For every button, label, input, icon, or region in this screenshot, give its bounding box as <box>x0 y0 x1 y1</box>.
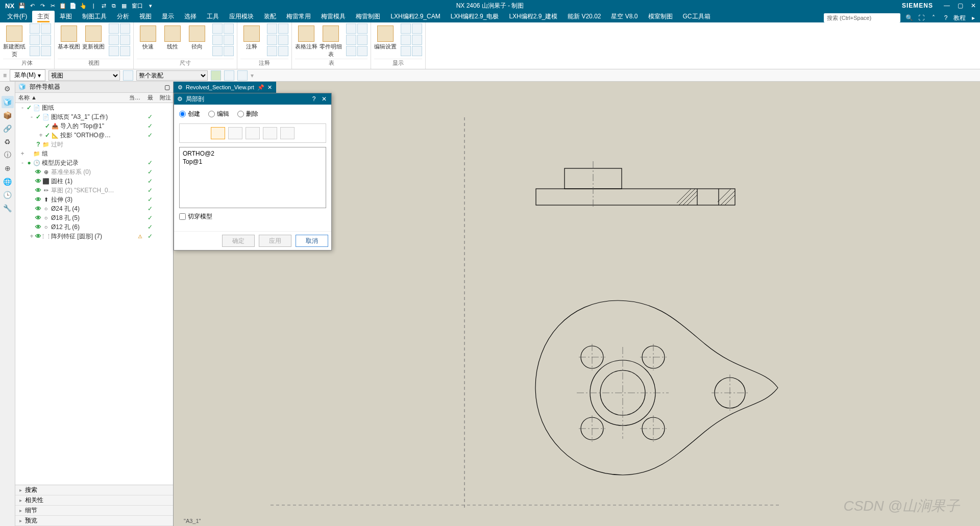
dialog-help-icon[interactable]: ? <box>310 95 318 103</box>
tool-select-view[interactable] <box>211 127 225 139</box>
ribbon-small-button[interactable] <box>212 46 223 56</box>
play-icon[interactable]: ▸ <box>969 13 978 22</box>
ribbon-small-button[interactable] <box>412 46 422 56</box>
ribbon-small-button[interactable] <box>212 23 223 34</box>
mode-radio[interactable]: 创建 <box>179 110 200 118</box>
ribbon-small-button[interactable] <box>278 46 288 56</box>
sel-tool-2[interactable] <box>224 70 234 81</box>
ribbon-small-button[interactable] <box>412 35 422 45</box>
menu-item[interactable]: 梅雷模具 <box>316 11 351 22</box>
tree-row[interactable]: +✓📐投影 "ORTHO@…✓ <box>15 131 173 140</box>
assembly-icon[interactable]: 📦 <box>2 109 14 121</box>
col-current[interactable]: 当… <box>127 94 142 102</box>
ribbon-small-button[interactable] <box>120 23 130 34</box>
accordion-item[interactable]: ▸预览 <box>15 516 173 526</box>
tree-row[interactable]: 👁○Ø18 孔 (5)✓ <box>15 213 173 222</box>
ribbon-small-button[interactable] <box>267 46 277 56</box>
info-icon[interactable]: ⓘ <box>2 149 14 161</box>
ribbon-button[interactable]: 更新视图 <box>82 23 105 51</box>
doc-close-icon[interactable]: ✕ <box>267 84 272 91</box>
ribbon-small-button[interactable] <box>346 23 356 34</box>
constraint-icon[interactable]: 🔗 <box>2 122 14 135</box>
menu-item[interactable]: 模室制图 <box>643 11 678 22</box>
ribbon-small-button[interactable] <box>212 35 223 45</box>
tools-icon[interactable]: 🔧 <box>2 202 14 214</box>
ribbon-small-button[interactable] <box>346 46 356 56</box>
ribbon-small-button[interactable] <box>224 23 234 34</box>
maximize-icon[interactable]: ▢ <box>955 1 965 10</box>
ribbon-small-button[interactable] <box>357 23 368 34</box>
ribbon-button[interactable]: 新建图纸页 <box>3 23 26 58</box>
tree-row[interactable]: ✓📥导入的 "Top@1"✓ <box>15 121 173 131</box>
menu-item[interactable]: 工具 <box>202 11 224 22</box>
cut-icon[interactable]: ✂ <box>48 1 57 10</box>
drawing-canvas[interactable]: ⚙ Revolved_Section_View.prt 📌 ✕ ⚙ 局部剖 ? … <box>174 82 980 526</box>
menu-item[interactable]: 选择 <box>179 11 202 22</box>
ribbon-small-button[interactable] <box>346 35 356 45</box>
filter-icon[interactable] <box>123 70 133 81</box>
menu-item[interactable]: 视图 <box>134 11 157 22</box>
ribbon-small-button[interactable] <box>30 35 40 45</box>
ribbon-small-button[interactable] <box>267 35 277 45</box>
col-notes[interactable]: 附注 <box>158 94 173 102</box>
accordion-item[interactable]: ▸相关性 <box>15 495 173 506</box>
ribbon-small-button[interactable] <box>412 23 422 34</box>
tree-row[interactable]: -●🕒模型历史记录✓ <box>15 158 173 167</box>
menu-item[interactable]: 应用模块 <box>224 11 259 22</box>
ribbon-small-button[interactable] <box>109 23 119 34</box>
ribbon-small-button[interactable] <box>41 46 51 56</box>
ribbon-small-button[interactable] <box>267 23 277 34</box>
redo-icon[interactable]: ↷ <box>38 1 47 10</box>
menu-item[interactable]: 显示 <box>157 11 179 22</box>
ribbon-small-button[interactable] <box>109 46 119 56</box>
ribbon-small-button[interactable] <box>109 35 119 45</box>
ribbon-small-button[interactable] <box>278 35 288 45</box>
ribbon-small-button[interactable] <box>30 46 40 56</box>
ribbon-small-button[interactable] <box>41 23 51 34</box>
window-icon[interactable]: ⧉ <box>109 1 118 10</box>
mode-radio[interactable]: 编辑 <box>208 110 229 118</box>
tree-row[interactable]: +📁组 <box>15 149 173 158</box>
search-icon[interactable]: 🔍 <box>904 13 914 22</box>
paste-icon[interactable]: 📄 <box>68 1 78 10</box>
minimize-ribbon-icon[interactable]: ˄ <box>929 13 938 22</box>
ribbon-small-button[interactable] <box>278 23 288 34</box>
menu-item[interactable]: 草图 <box>55 11 77 22</box>
menu-item[interactable]: LXH编程2.9_建模 <box>504 11 562 22</box>
menu-item[interactable]: 能新 V20.02 <box>562 11 606 22</box>
tool-base-point[interactable] <box>228 127 242 139</box>
dialog-close-icon[interactable]: ✕ <box>320 95 328 103</box>
tutorial-link[interactable]: 教程 <box>953 13 966 22</box>
settings-icon[interactable]: ⚙ <box>2 83 14 95</box>
touch-icon[interactable]: 👆 <box>79 1 88 10</box>
sel-tool-3[interactable] <box>237 70 248 81</box>
menu-item[interactable]: LXH编程2.9_CAM <box>385 11 445 22</box>
ribbon-button[interactable]: 注释 <box>240 23 263 51</box>
col-latest[interactable]: 最 <box>142 94 158 102</box>
tree-row[interactable]: 👁⬆拉伸 (3)✓ <box>15 195 173 204</box>
menu-item[interactable]: 梅雷常用 <box>281 11 316 22</box>
filter-combo-1[interactable]: 视图 <box>48 70 120 81</box>
menu-item[interactable]: 梅雷制图 <box>351 11 385 22</box>
dropdown-icon[interactable]: ▾ <box>146 1 155 10</box>
menu-item[interactable]: 分析 <box>112 11 134 22</box>
close-icon[interactable]: ✕ <box>969 1 978 10</box>
ribbon-button[interactable]: 径向 <box>186 23 208 51</box>
help-icon[interactable]: ? <box>941 13 950 22</box>
ribbon-button[interactable]: 快速 <box>137 23 159 51</box>
tree-row[interactable]: 👁⬛圆柱 (1)✓ <box>15 177 173 186</box>
reuse-icon[interactable]: ♻ <box>2 136 14 148</box>
ribbon-small-button[interactable] <box>401 46 411 56</box>
tree-row[interactable]: +👁⋮⋮阵列特征 [圆形] (7)⚠✓ <box>15 232 173 241</box>
tool-extrude-vector[interactable] <box>246 127 260 139</box>
document-tab[interactable]: ⚙ Revolved_Section_View.prt 📌 ✕ <box>174 82 276 93</box>
tree-row[interactable]: 👁⊕基准坐标系 (0)✓ <box>15 167 173 177</box>
datum-icon[interactable]: ⊕ <box>2 162 14 174</box>
navigator-tree[interactable]: -✓📄图纸-✓📄图纸页 "A3_1" (工作)✓✓📥导入的 "Top@1"✓+✓… <box>15 103 173 485</box>
filter-combo-2[interactable]: 整个装配 <box>136 70 208 81</box>
ribbon-small-button[interactable] <box>41 35 51 45</box>
ribbon-small-button[interactable] <box>30 23 40 34</box>
window-dropdown[interactable]: 窗口 <box>130 1 145 10</box>
ribbon-small-button[interactable] <box>357 46 368 56</box>
history-icon[interactable]: 🕒 <box>2 189 14 201</box>
